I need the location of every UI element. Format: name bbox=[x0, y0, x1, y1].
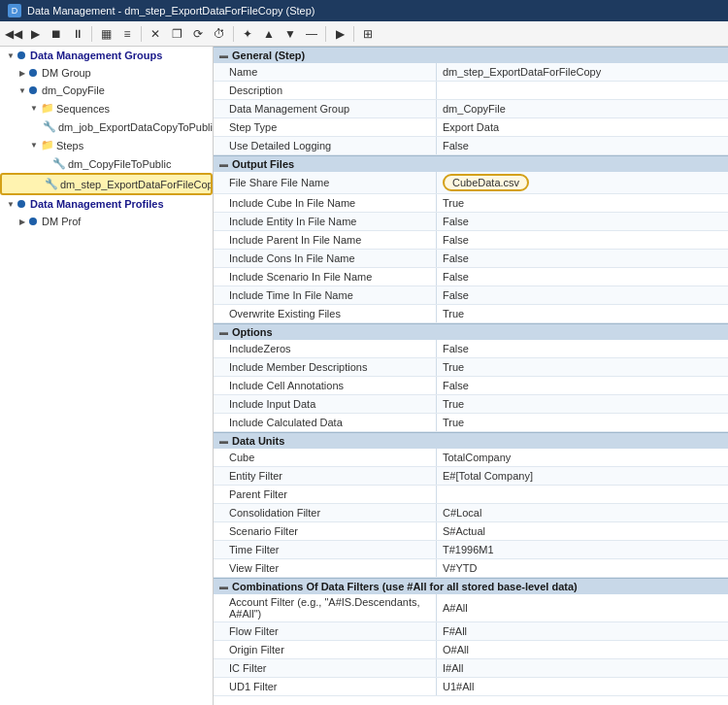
toolbar-btn-nav-up[interactable]: ▲ bbox=[259, 24, 279, 44]
toolbar-btn-pause[interactable]: ⏸ bbox=[68, 24, 87, 44]
prop-row-logging: Use Detailed Logging False bbox=[214, 137, 728, 155]
toolbar-btn-clock[interactable]: ⏱ bbox=[210, 24, 229, 44]
main-layout: ▼ Data Management Groups ▶ DM Group ▼ dm… bbox=[0, 47, 728, 705]
prop-value-cellannotations: False bbox=[437, 377, 728, 394]
prop-row-scenariofilter: Scenario Filter S#Actual bbox=[214, 522, 728, 541]
prop-row-description: Description bbox=[214, 82, 728, 100]
icon-exportdata: 🔧 bbox=[45, 178, 58, 190]
prop-value-flowfilter: F#All bbox=[437, 622, 728, 640]
prop-value-description bbox=[437, 82, 728, 99]
tree-node-dmprof[interactable]: ▶ DM Prof bbox=[0, 213, 213, 230]
prop-name-includecube: Include Cube In File Name bbox=[214, 194, 437, 212]
prop-row-originfilter: Origin Filter O#All bbox=[214, 641, 728, 659]
section-options-label: Options bbox=[232, 326, 273, 338]
prop-name-name: Name bbox=[214, 63, 437, 81]
section-options[interactable]: ▬ Options bbox=[214, 323, 728, 340]
expander-dmgroups: ▼ bbox=[6, 50, 16, 60]
prop-value-includeentity: False bbox=[437, 213, 728, 230]
tree-node-sequences[interactable]: ▼ 📁 Sequences bbox=[0, 99, 213, 118]
prop-row-includecons: Include Cons In File Name False bbox=[214, 250, 728, 268]
label-sequences: Sequences bbox=[56, 103, 110, 115]
toolbar-sep-1 bbox=[91, 26, 92, 42]
collapse-icon-outputfiles: ▬ bbox=[219, 159, 228, 169]
prop-row-includezeros: IncludeZeros False bbox=[214, 340, 728, 358]
prop-row-viewfilter: View Filter V#YTD bbox=[214, 559, 728, 578]
prop-name-cube: Cube bbox=[214, 449, 437, 466]
icon-steps: 📁 bbox=[41, 139, 54, 151]
prop-value-includezeros: False bbox=[437, 340, 728, 357]
section-dataunits[interactable]: ▬ Data Units bbox=[214, 432, 728, 449]
prop-row-ud1filter: UD1 Filter U1#All bbox=[214, 678, 728, 696]
prop-row-inputdata: Include Input Data True bbox=[214, 395, 728, 414]
label-dmprof: DM Prof bbox=[42, 216, 81, 227]
expander-dmcopyfile: ▼ bbox=[17, 85, 27, 95]
prop-value-includescenario: False bbox=[437, 268, 728, 285]
tree-node-steps[interactable]: ▼ 📁 Steps bbox=[0, 136, 213, 154]
prop-value-cube: TotalCompany bbox=[437, 449, 728, 466]
prop-row-flowfilter: Flow Filter F#All bbox=[214, 622, 728, 641]
prop-row-includecube: Include Cube In File Name True bbox=[214, 194, 728, 213]
toolbar-btn-grid[interactable]: ⊞ bbox=[358, 24, 378, 44]
toolbar-btn-minus[interactable]: — bbox=[302, 24, 321, 44]
section-dataunits-label: Data Units bbox=[232, 435, 284, 447]
collapse-icon-dataunits: ▬ bbox=[219, 436, 228, 446]
prop-row-cube: Cube TotalCompany bbox=[214, 449, 728, 467]
section-combinations[interactable]: ▬ Combinations Of Data Filters (use #All… bbox=[214, 578, 728, 594]
prop-row-consfilter: Consolidation Filter C#Local bbox=[214, 504, 728, 522]
toolbar-btn-play[interactable]: ▶ bbox=[25, 24, 45, 44]
prop-value-inputdata: True bbox=[437, 395, 728, 413]
toolbar-btn-run[interactable]: ▶ bbox=[330, 24, 349, 44]
toolbar-btn-copy[interactable]: ❐ bbox=[167, 24, 186, 44]
tree-node-dmgroup[interactable]: ▶ DM Group bbox=[0, 64, 213, 82]
tree-node-copyfiletopublic[interactable]: 🔧 dm_CopyFileToPublic bbox=[0, 154, 213, 173]
toolbar-btn-list[interactable]: ≡ bbox=[117, 24, 137, 44]
icon-dmprof bbox=[29, 218, 37, 225]
toolbar-btn-table[interactable]: ▦ bbox=[96, 24, 116, 44]
prop-name-includeentity: Include Entity In File Name bbox=[214, 213, 437, 230]
prop-value-name: dm_step_ExportDataForFileCopy bbox=[437, 63, 728, 81]
prop-name-fileshare: File Share File Name bbox=[214, 172, 437, 193]
section-general-label: General (Step) bbox=[232, 50, 305, 61]
prop-value-icfilter: I#All bbox=[437, 659, 728, 677]
tree-node-dmprofiles[interactable]: ▼ Data Management Profiles bbox=[0, 195, 213, 213]
toolbar-btn-cut[interactable]: ✕ bbox=[146, 24, 165, 44]
prop-value-memberdesc: True bbox=[437, 358, 728, 376]
prop-name-parentfilter: Parent Filter bbox=[214, 486, 437, 503]
toolbar-btn-refresh[interactable]: ⟳ bbox=[188, 24, 208, 44]
icon-dmprofiles bbox=[17, 200, 25, 208]
tree-node-dmcopyfile[interactable]: ▼ dm_CopyFile bbox=[0, 82, 213, 99]
toolbar-btn-nav-down[interactable]: ▼ bbox=[281, 24, 300, 44]
prop-row-dmgroup: Data Management Group dm_CopyFile bbox=[214, 100, 728, 118]
prop-row-calcdata: Include Calculated Data True bbox=[214, 414, 728, 432]
prop-row-steptype: Step Type Export Data bbox=[214, 118, 728, 137]
toolbar-btn-stop[interactable]: ⏹ bbox=[47, 24, 66, 44]
prop-name-includecons: Include Cons In File Name bbox=[214, 250, 437, 267]
prop-row-includescenario: Include Scenario In File Name False bbox=[214, 268, 728, 286]
section-combinations-label: Combinations Of Data Filters (use #All f… bbox=[232, 581, 578, 592]
label-dmjob: dm_job_ExportDataCopyToPublic bbox=[58, 121, 213, 133]
expander-copyfiletopublic bbox=[41, 159, 50, 169]
prop-value-includeparent: False bbox=[437, 231, 728, 249]
prop-name-overwrite: Overwrite Existing Files bbox=[214, 305, 437, 322]
section-general[interactable]: ▬ General (Step) bbox=[214, 47, 728, 63]
section-outputfiles[interactable]: ▬ Output Files bbox=[214, 155, 728, 172]
prop-row-overwrite: Overwrite Existing Files True bbox=[214, 305, 728, 323]
prop-name-scenariofilter: Scenario Filter bbox=[214, 522, 437, 540]
prop-value-timefilter: T#1996M1 bbox=[437, 541, 728, 558]
title-bar-text: Data Management - dm_step_ExportDataForF… bbox=[27, 5, 315, 17]
tree-node-exportdata[interactable]: 🔧 dm_step_ExportDataForFileCopy bbox=[0, 173, 213, 195]
icon-dmcopyfile bbox=[29, 86, 37, 94]
title-bar: D Data Management - dm_step_ExportDataFo… bbox=[0, 0, 728, 21]
prop-value-originfilter: O#All bbox=[437, 641, 728, 658]
tree-node-dmjob[interactable]: 🔧 dm_job_ExportDataCopyToPublic bbox=[0, 118, 213, 136]
prop-value-steptype: Export Data bbox=[437, 118, 728, 136]
prop-name-accountfilter: Account Filter (e.g., "A#IS.Descendants,… bbox=[214, 594, 437, 621]
prop-name-dmgroup: Data Management Group bbox=[214, 100, 437, 118]
prop-name-memberdesc: Include Member Descriptions bbox=[214, 358, 437, 376]
toolbar-btn-add[interactable]: ✦ bbox=[238, 24, 257, 44]
prop-row-fileshare: File Share File Name CubeData.csv bbox=[214, 172, 728, 194]
prop-name-inputdata: Include Input Data bbox=[214, 395, 437, 413]
tree-node-dmgroups[interactable]: ▼ Data Management Groups bbox=[0, 47, 213, 64]
toolbar-btn-back[interactable]: ◀◀ bbox=[4, 24, 23, 44]
label-steps: Steps bbox=[56, 140, 83, 151]
